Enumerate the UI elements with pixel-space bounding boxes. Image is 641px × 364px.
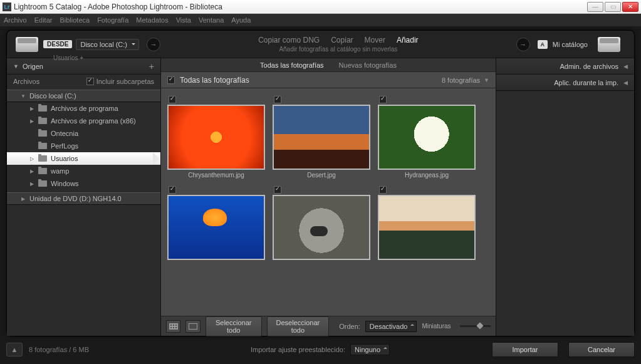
source-panel-header[interactable]: ▼ Origen + (7, 58, 160, 75)
dest-label[interactable]: Mi catálogo (553, 41, 588, 48)
source-drive-select[interactable]: Disco local (C:) (76, 39, 139, 50)
tree-drive-root[interactable]: ▼ Disco local (C:) (7, 90, 160, 102)
tree-folder[interactable]: ▶Archivos de programa (x86) (7, 115, 160, 127)
tree-dvd-drive[interactable]: ▶Unidad de DVD (D:) NGH14.0 (7, 192, 160, 205)
import-button[interactable]: Importar (492, 342, 558, 357)
preset-select[interactable]: Ninguno (350, 344, 390, 355)
tree-folder[interactable]: Ontecnia (7, 127, 160, 140)
sort-select[interactable]: Desactivado (365, 321, 417, 332)
select-all-button[interactable]: Seleccionar todo (206, 316, 262, 336)
tree-label: Archivos de programa (x86) (51, 117, 136, 125)
panel-title: Admin. de archivos (560, 63, 618, 70)
grid-toolbar: Seleccionar todo Deseleccionar todo Orde… (161, 316, 496, 336)
menu-item[interactable]: Metadatos (136, 16, 168, 24)
checkmark-icon (86, 78, 94, 85)
menu-item[interactable]: Ventana (199, 16, 224, 24)
folder-icon (38, 168, 47, 174)
chevron-right-icon: ▷ (29, 156, 34, 162)
chevron-left-icon: ◀ (623, 80, 628, 86)
files-label: Archivos (13, 78, 39, 85)
app-icon: Lr (3, 3, 11, 11)
photo-filename: Hydrangeas.jpg (378, 170, 476, 181)
import-mode-active[interactable]: Añadir (397, 36, 419, 44)
tree-label: Windows (51, 180, 79, 187)
menu-item[interactable]: Ayuda (231, 16, 251, 24)
photo-checkbox[interactable] (379, 186, 387, 194)
folder-icon (38, 143, 47, 149)
import-mode[interactable]: Copiar como DNG (258, 36, 320, 44)
folder-icon (38, 118, 47, 124)
tree-label: Disco local (C:) (29, 92, 76, 100)
loupe-icon (189, 323, 197, 330)
deselect-all-button[interactable]: Deseleccionar todo (267, 316, 330, 336)
photo-filename (273, 260, 370, 271)
menu-item[interactable]: Editar (34, 16, 53, 24)
file-handling-panel-header[interactable]: Admin. de archivos ◀ (496, 58, 634, 75)
menu-item[interactable]: Fotografía (97, 16, 128, 24)
folder-tree: ▼ Disco local (C:) ▶Archivos de programa… (7, 88, 160, 336)
tree-label: Unidad de DVD (D:) NGH14.0 (29, 195, 122, 202)
import-mode-hint: Añadir fotografías al catálogo sin mover… (168, 46, 509, 53)
chevron-down-icon: ▼ (21, 93, 26, 99)
chevron-right-icon: ▶ (29, 106, 34, 112)
loupe-view-button[interactable] (185, 320, 200, 333)
tab-new-photos[interactable]: Nuevas fotografías (339, 61, 397, 69)
tree-label: Archivos de programa (51, 105, 118, 112)
preset-label: Importar ajuste preestablecido: (251, 346, 345, 353)
menu-item[interactable]: Archivo (4, 16, 27, 24)
apply-during-import-panel-header[interactable]: Aplic. durante la imp. ◀ (496, 75, 634, 91)
photo-thumbnail[interactable] (273, 195, 370, 260)
menu-bar: Archivo Editar Biblioteca Fotografía Met… (0, 14, 641, 26)
photo-thumbnail[interactable] (167, 195, 265, 260)
photo-checkbox[interactable] (169, 96, 176, 103)
tree-folder[interactable]: PerfLogs (7, 140, 160, 152)
disclosure-triangle-icon: ▼ (13, 63, 19, 70)
thumbnail-grid: Chrysanthemum.jpg Desert.jpg Hydrangeas.… (161, 88, 496, 316)
source-subpath[interactable]: Usuarios + (53, 55, 83, 61)
add-source-icon[interactable]: + (149, 61, 154, 71)
folder-icon (38, 155, 47, 162)
photo-checkbox[interactable] (169, 186, 176, 194)
chevron-right-icon: ▶ (29, 181, 34, 187)
tree-label: Ontecnia (51, 130, 78, 137)
chevron-down-icon[interactable]: ▼ (484, 77, 489, 83)
thumbnail-size-slider[interactable] (460, 325, 491, 327)
window-close-button[interactable]: ✕ (622, 2, 638, 12)
select-all-checkbox[interactable] (167, 76, 175, 84)
photo-count: 8 fotografías (442, 76, 480, 84)
menu-item[interactable]: Biblioteca (60, 16, 90, 24)
folder-icon (38, 130, 47, 137)
import-mode[interactable]: Mover (365, 36, 385, 44)
photo-thumbnail[interactable] (273, 105, 370, 170)
folder-icon (38, 180, 47, 187)
expand-panel-button[interactable]: ▲ (6, 343, 23, 356)
source-arrow-button[interactable]: → (147, 38, 160, 51)
tab-all-photos[interactable]: Todas las fotografías (260, 61, 324, 69)
hdd-icon (598, 37, 620, 52)
tree-folder[interactable]: ▶wamp (7, 165, 160, 177)
include-subfolders-checkbox[interactable]: Incluir subcarpetas (86, 78, 154, 85)
window-maximize-button[interactable]: ▭ (605, 2, 621, 12)
tree-label: PerfLogs (51, 142, 78, 150)
import-status: 8 fotografías / 6 MB (29, 346, 89, 353)
dest-arrow-button[interactable]: → (516, 38, 530, 51)
photo-thumbnail[interactable] (167, 105, 265, 170)
tree-folder-selected[interactable]: ▷Usuarios (7, 152, 160, 165)
chevron-right-icon: ▶ (21, 196, 26, 202)
photo-filename: Chrysanthemum.jpg (167, 170, 265, 181)
cancel-button[interactable]: Cancelar (568, 342, 635, 357)
photo-thumbnail[interactable] (378, 195, 476, 260)
photo-checkbox[interactable] (274, 186, 281, 194)
photo-checkbox[interactable] (274, 96, 281, 103)
window-minimize-button[interactable]: — (587, 2, 603, 12)
photo-checkbox[interactable] (379, 96, 387, 103)
photo-thumbnail[interactable] (378, 105, 476, 170)
menu-item[interactable]: Vista (176, 16, 191, 24)
import-mode[interactable]: Copiar (331, 36, 353, 44)
tree-folder[interactable]: ▶Windows (7, 177, 160, 190)
tree-folder[interactable]: ▶Archivos de programa (7, 102, 160, 115)
dest-key-icon: A (538, 40, 548, 49)
grid-view-button[interactable] (166, 320, 180, 333)
include-subfolders-label: Incluir subcarpetas (96, 78, 154, 85)
window-titlebar: Lr Lightroom 5 Catalog - Adobe Photoshop… (0, 0, 641, 14)
